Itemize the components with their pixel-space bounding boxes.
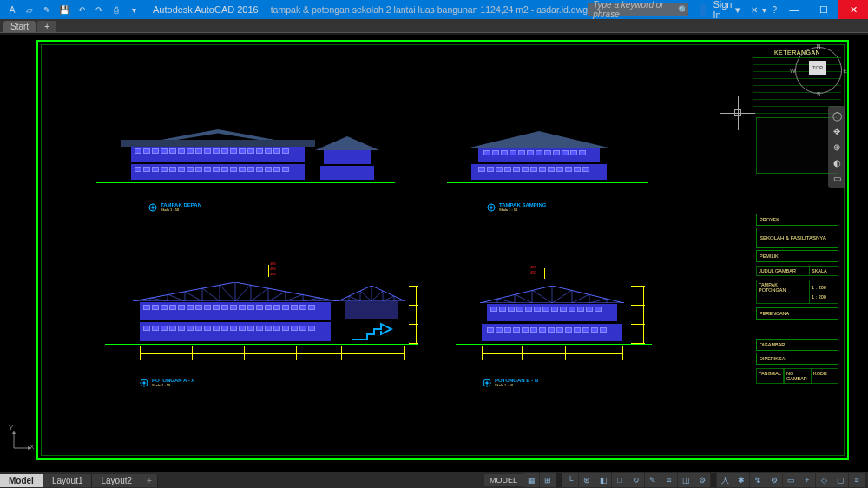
dim-line <box>522 346 523 360</box>
maximize-button[interactable]: ☐ <box>809 0 838 19</box>
svg-line-56 <box>572 294 589 303</box>
svg-line-57 <box>589 299 607 303</box>
file-tab-plus[interactable]: + <box>37 21 56 32</box>
status-annovis-icon[interactable]: ✱ <box>733 473 749 487</box>
search-input[interactable]: Type a keyword or phrase <box>588 3 678 16</box>
status-monitor-icon[interactable]: ▭ <box>783 473 799 487</box>
floor1-windows <box>478 167 589 172</box>
view-scale-text: Skala 1 : 50 <box>495 383 538 387</box>
titleblock-diperiksa-label: DIPERIKSA <box>756 353 838 365</box>
status-osnap-icon[interactable]: □ <box>612 473 628 487</box>
nav-wheel-icon[interactable]: ◯ <box>828 108 845 123</box>
status-snap-icon[interactable]: ⊞ <box>540 473 556 487</box>
dim-leader <box>286 265 286 277</box>
viewcube-north[interactable]: N <box>816 43 820 49</box>
status-ortho-icon[interactable]: └ <box>562 473 578 487</box>
viewcube[interactable]: TOP N S E W <box>792 43 845 97</box>
status-divider-icon <box>556 473 562 487</box>
qat-dropdown-icon[interactable]: ▾ <box>127 3 141 16</box>
view-scale-text: Skala 1 : 50 <box>152 383 195 387</box>
svg-line-27 <box>286 294 303 301</box>
floor2-windows <box>490 307 602 312</box>
nav-orbit-icon[interactable]: ◐ <box>828 155 845 170</box>
titleblock-digambar-label: DIGAMBAR <box>756 339 838 351</box>
open-icon[interactable]: ✎ <box>40 3 54 16</box>
status-grid-icon[interactable]: ▦ <box>523 473 539 487</box>
drawing-canvas[interactable]: TAMPAK DEPAN Skala 1 : 50 <box>0 35 868 472</box>
new-icon[interactable]: ▱ <box>23 3 36 16</box>
status-annoscale-icon[interactable]: 人 <box>717 473 733 487</box>
viewcube-west[interactable]: W <box>790 68 796 74</box>
svg-line-16 <box>202 288 220 301</box>
view-marker-icon <box>487 203 496 212</box>
minimize-button[interactable]: — <box>779 0 809 19</box>
help-dropdown-icon[interactable]: ▾ <box>760 3 770 16</box>
dim-line <box>631 286 645 287</box>
undo-icon[interactable]: ↶ <box>75 3 89 16</box>
roof <box>466 131 612 148</box>
svg-line-18 <box>220 285 235 301</box>
svg-line-54 <box>532 290 552 303</box>
dim-line <box>482 359 622 359</box>
dim-line <box>631 324 645 325</box>
status-isodraft-icon[interactable]: ◧ <box>595 473 611 487</box>
status-isolate-icon[interactable]: ◇ <box>816 473 832 487</box>
titleblock-perencana-label: PERENCANA <box>756 307 838 320</box>
titleblock-tanggal-label: TANGGAL <box>756 368 784 384</box>
save-icon[interactable]: 💾 <box>57 3 71 16</box>
status-cleanscreen-icon[interactable]: ▢ <box>832 473 848 487</box>
layout-tab-layout1[interactable]: Layout1 <box>43 474 93 487</box>
titleblock-proyek-label: PROYEK <box>756 214 838 226</box>
titleblock-logo-box <box>756 117 838 174</box>
signin-button[interactable]: 👤 Sign In ▾ <box>688 0 749 20</box>
dim-line <box>643 286 644 343</box>
redo-icon[interactable]: ↷ <box>92 3 106 16</box>
layout-tab-model[interactable]: Model <box>0 474 43 487</box>
app-menu-icon[interactable]: A <box>5 3 19 16</box>
dim-leader <box>268 265 269 277</box>
search-icon[interactable]: 🔍 <box>678 3 688 16</box>
nav-zoom-icon[interactable]: ⊕ <box>828 139 845 155</box>
dim-line <box>416 286 417 343</box>
floor1-wall <box>482 324 622 341</box>
close-button[interactable]: ✕ <box>838 0 868 19</box>
status-workspace-icon[interactable]: ⚙ <box>766 473 782 487</box>
status-polar-icon[interactable]: ⊛ <box>579 473 595 487</box>
dim-leader <box>529 268 529 279</box>
viewcube-east[interactable]: E <box>843 68 847 74</box>
viewcube-face[interactable]: TOP <box>809 61 826 75</box>
dim-line <box>631 305 645 306</box>
exchange-icon[interactable]: ✕ <box>749 3 760 16</box>
layout-tab-layout2[interactable]: Layout2 <box>92 474 141 487</box>
view-marker-icon <box>140 379 148 387</box>
status-lineweight-icon[interactable]: ≡ <box>661 473 677 487</box>
title-bar: A ▱ ✎ 💾 ↶ ↷ ⎙ ▾ Autodesk AutoCAD 2016 ta… <box>0 0 868 19</box>
svg-line-37 <box>360 291 372 301</box>
layout-tab-add[interactable]: + <box>141 474 158 487</box>
status-annoauto-icon[interactable]: ↯ <box>750 473 766 487</box>
status-bar: MODEL ▦ ⊞ └ ⊛ ◧ □ ↻ ✎ ≡ ◫ ⚙ 人 ✱ ↯ ⚙ ▭ + … <box>484 473 868 487</box>
status-transparency-icon[interactable]: ◫ <box>678 473 694 487</box>
floor2-open <box>345 301 398 319</box>
status-space[interactable]: MODEL <box>484 474 523 486</box>
dim-leader <box>544 268 545 279</box>
floor1-windows <box>143 326 315 331</box>
status-cycling-icon[interactable]: ↻ <box>628 473 644 487</box>
viewcube-south[interactable]: S <box>817 91 821 97</box>
stair-arrow <box>350 319 393 341</box>
nav-pan-icon[interactable]: ✥ <box>828 123 845 139</box>
status-units-icon[interactable]: ⚙ <box>694 473 710 487</box>
floor2-windows <box>483 150 586 155</box>
status-custom-icon[interactable]: ≡ <box>849 473 865 487</box>
dim-text: 400 <box>270 261 276 266</box>
roof-small <box>315 136 379 150</box>
print-icon[interactable]: ⎙ <box>109 3 123 16</box>
svg-line-53 <box>515 294 532 303</box>
status-ann-icon[interactable]: ✎ <box>645 473 661 487</box>
nav-showmotion-icon[interactable]: ▭ <box>828 170 845 186</box>
help-icon[interactable]: ? <box>769 3 779 16</box>
dim-line <box>409 286 418 287</box>
file-tab-start[interactable]: Start <box>3 21 36 32</box>
status-hw-icon[interactable]: + <box>799 473 815 487</box>
ground-line <box>105 344 418 345</box>
